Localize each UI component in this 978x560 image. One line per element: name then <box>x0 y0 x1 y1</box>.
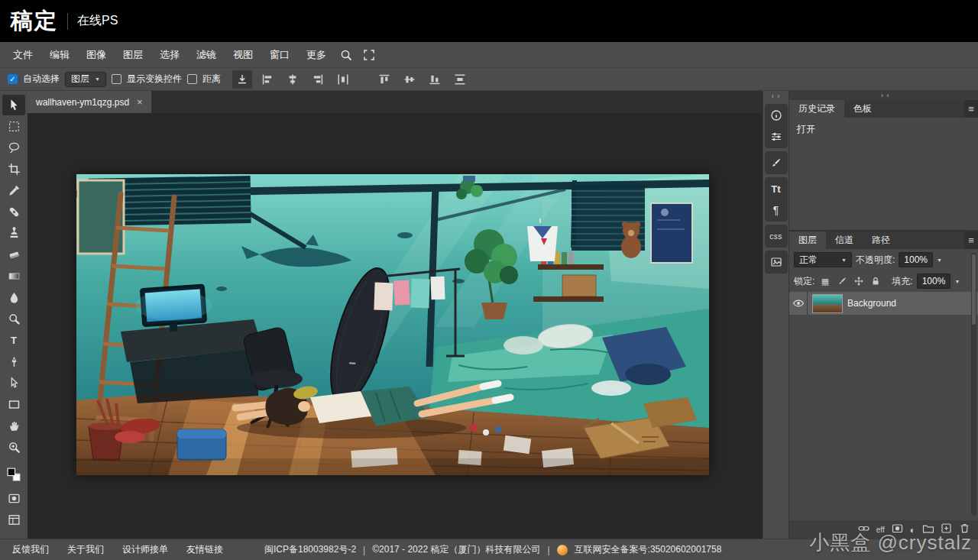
footer-link-feedback[interactable]: 反馈我们 <box>12 543 49 556</box>
distribute-h-button[interactable] <box>333 70 353 89</box>
footer-link-about[interactable]: 关于我们 <box>67 543 104 556</box>
hand-tool-icon <box>8 419 21 432</box>
hand-tool-button[interactable] <box>2 416 25 436</box>
foreground-background-swatch-icon <box>6 467 22 483</box>
text-tool-button[interactable]: T <box>2 330 25 351</box>
eraser-tool-button[interactable] <box>2 244 25 265</box>
blur-tool-button[interactable] <box>2 287 25 308</box>
canvas-area[interactable] <box>28 113 763 539</box>
quick-mask-button[interactable] <box>2 488 25 509</box>
select-target-dropdown[interactable]: 图层 ▼ <box>65 72 106 87</box>
tab-history[interactable]: 历史记录 <box>789 100 844 118</box>
layer-visibility-toggle[interactable] <box>789 292 808 315</box>
show-transform-checkbox[interactable] <box>112 74 121 84</box>
tab-layers[interactable]: 图层 <box>789 231 826 249</box>
opacity-label: 不透明度: <box>856 254 895 267</box>
menu-file[interactable]: 文件 <box>5 42 41 68</box>
menu-filter[interactable]: 滤镜 <box>188 42 225 68</box>
distance-checkbox[interactable] <box>187 74 197 84</box>
crop-tool-button[interactable] <box>2 159 25 180</box>
footer-link-friends[interactable]: 友情链接 <box>186 543 223 556</box>
css-panel-button[interactable]: css <box>766 226 786 246</box>
shape-tool-button[interactable] <box>2 394 25 415</box>
align-left-icon <box>261 73 274 86</box>
pen-tool-button[interactable] <box>2 351 25 372</box>
lock-pixels-button[interactable] <box>835 275 848 288</box>
move-tool-icon <box>8 99 21 112</box>
layer-thumbnail[interactable] <box>813 295 842 312</box>
panel-scrollbar-thumb[interactable] <box>972 254 976 325</box>
adjustments-panel-button[interactable] <box>766 127 786 147</box>
blend-mode-value: 正常 <box>799 254 818 267</box>
path-select-tool-button[interactable] <box>2 373 25 393</box>
move-tool-button[interactable] <box>2 95 25 115</box>
tab-channels[interactable]: 信道 <box>826 231 863 249</box>
panels-collapse-button[interactable]: › ‹ <box>789 91 978 100</box>
layer-name: Background <box>847 298 896 309</box>
paragraph-panel-button[interactable]: ¶ <box>766 200 786 220</box>
align-right-button[interactable] <box>308 70 328 89</box>
menu-window[interactable]: 窗口 <box>261 42 298 68</box>
align-bottom-button[interactable] <box>425 70 445 89</box>
menu-view[interactable]: 视图 <box>225 42 261 68</box>
color-swatches[interactable] <box>2 461 25 487</box>
app-subtitle: 在线PS <box>77 13 118 29</box>
align-top-button[interactable] <box>374 70 394 89</box>
eyedropper-tool-button[interactable] <box>2 180 25 201</box>
fill-dropdown-icon[interactable]: ▼ <box>954 279 960 284</box>
align-middle-v-button[interactable] <box>400 70 419 89</box>
tab-swatches[interactable]: 色板 <box>844 100 881 118</box>
image-panel-button[interactable] <box>766 252 786 272</box>
brush-panel-button[interactable] <box>766 153 786 173</box>
close-icon[interactable]: × <box>137 97 143 107</box>
security-badge-icon <box>557 545 568 555</box>
document-tab[interactable]: wallhaven-ym1qzg.psd × <box>28 91 151 113</box>
panel-scrollbar[interactable] <box>971 253 976 516</box>
arrow-down-to-line-icon <box>236 73 248 86</box>
distribute-v-button[interactable] <box>450 70 470 89</box>
rail-collapse-button[interactable]: ‹ › <box>772 92 781 101</box>
auto-select-checkbox[interactable]: ✓ <box>8 74 18 84</box>
history-entry-open[interactable]: 打开 <box>789 118 978 139</box>
right-icon-rail: ‹ › Tt ¶ css <box>763 91 789 539</box>
search-button[interactable] <box>335 45 358 65</box>
align-left-button[interactable] <box>257 70 277 89</box>
info-panel-button[interactable] <box>766 105 786 125</box>
lock-position-button[interactable] <box>852 275 865 288</box>
gradient-tool-button[interactable] <box>2 266 25 286</box>
footer-link-designer[interactable]: 设计师接单 <box>122 543 168 556</box>
align-top-icon <box>378 73 390 86</box>
align-center-h-button[interactable] <box>283 70 303 89</box>
marquee-tool-button[interactable] <box>2 116 25 137</box>
tab-paths[interactable]: 路径 <box>863 231 899 249</box>
lock-transparency-button[interactable]: ▦ <box>818 275 831 288</box>
history-panel-menu-button[interactable]: ≡ <box>964 100 978 118</box>
snap-download-button[interactable] <box>232 70 252 89</box>
lasso-tool-button[interactable] <box>2 138 25 158</box>
menu-edit[interactable]: 编辑 <box>41 42 78 68</box>
zoom-tool-button[interactable] <box>2 437 25 458</box>
opacity-field[interactable]: 100% <box>899 252 933 267</box>
rail-group-info <box>765 104 788 148</box>
blend-mode-select[interactable]: 正常 ▼ <box>794 252 852 267</box>
clone-stamp-tool-button[interactable] <box>2 223 25 244</box>
menu-icon: ≡ <box>968 235 974 246</box>
align-right-icon <box>312 73 324 86</box>
fill-field[interactable]: 100% <box>917 274 951 289</box>
lock-all-button[interactable] <box>869 275 882 288</box>
dodge-tool-button[interactable] <box>2 309 25 329</box>
menu-select[interactable]: 选择 <box>151 42 188 68</box>
history-panel-tabs: 历史记录 色板 ≡ <box>789 100 978 118</box>
left-toolbar: T <box>0 91 28 539</box>
healing-tool-button[interactable] <box>2 202 25 222</box>
menu-layer[interactable]: 图层 <box>115 42 151 68</box>
layer-row-background[interactable]: Background <box>789 292 978 315</box>
fullscreen-button[interactable] <box>358 45 381 65</box>
character-panel-button[interactable]: Tt <box>766 179 786 199</box>
opacity-dropdown-icon[interactable]: ▼ <box>937 257 942 263</box>
menu-more[interactable]: 更多 <box>298 42 335 68</box>
layers-panel-menu-button[interactable]: ≡ <box>964 231 978 249</box>
artwork-document[interactable] <box>76 174 709 475</box>
menu-image[interactable]: 图像 <box>78 42 115 68</box>
screen-mode-button[interactable] <box>2 510 25 530</box>
